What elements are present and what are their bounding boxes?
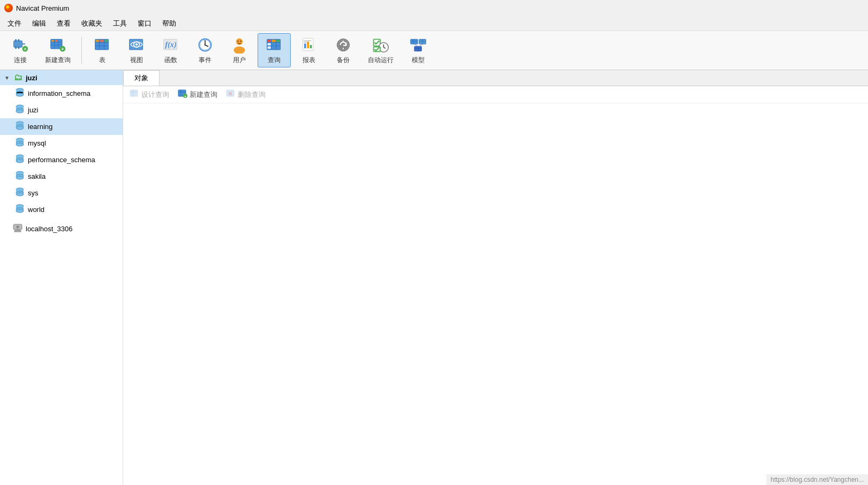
- svg-point-39: [233, 47, 245, 54]
- action-design-query: 设计查询: [130, 89, 169, 100]
- action-new-query-label: 新建查询: [190, 90, 217, 100]
- menu-file[interactable]: 文件: [2, 17, 27, 31]
- menu-view[interactable]: 查看: [51, 17, 76, 31]
- svg-point-112: [16, 193, 24, 196]
- db-icon-world: [15, 204, 25, 215]
- toolbar-view-button[interactable]: 视图: [120, 34, 153, 67]
- menu-tools[interactable]: 工具: [108, 17, 132, 31]
- db-label-performance_schema: performance_schema: [28, 156, 95, 164]
- main-container: ▼ 🗂 juzi information_schema juzi learnin…: [0, 70, 868, 485]
- delete-query-icon: [226, 89, 236, 100]
- svg-rect-120: [14, 231, 21, 232]
- expand-arrow-juzi: ▼: [4, 75, 10, 81]
- toolbar-backup-button[interactable]: 备份: [327, 34, 359, 67]
- juzi-label: juzi: [26, 74, 37, 82]
- sidebar-db-mysql[interactable]: mysql: [0, 135, 123, 151]
- toolbar-report-button[interactable]: 报表: [293, 34, 325, 67]
- toolbar-separator-1: [81, 37, 82, 64]
- autorun-icon: [371, 36, 390, 54]
- toolbar: + 连接 + 新建查询: [0, 31, 868, 70]
- svg-rect-122: [130, 90, 138, 96]
- sidebar-db-world[interactable]: world: [0, 201, 123, 218]
- toolbar-event-label: 事件: [199, 56, 212, 65]
- function-icon: f(x): [161, 36, 180, 54]
- menu-window[interactable]: 窗口: [132, 17, 157, 31]
- svg-rect-22: [96, 40, 99, 42]
- toolbar-backup-label: 备份: [337, 56, 350, 65]
- db-icon-learning: [15, 121, 25, 132]
- db-label-mysql: mysql: [28, 139, 46, 147]
- toolbar-user-button[interactable]: 用户: [223, 34, 255, 67]
- svg-rect-49: [276, 40, 280, 42]
- svg-rect-55: [310, 45, 312, 48]
- app-icon: [4, 4, 13, 12]
- svg-point-27: [135, 43, 138, 46]
- toolbar-autorun-label: 自动运行: [368, 56, 394, 65]
- tab-objects-label: 对象: [134, 74, 148, 82]
- model-icon: [409, 36, 428, 54]
- svg-rect-2: [18, 39, 20, 41]
- content-area: 对象 设计查询: [123, 70, 868, 485]
- sidebar: ▼ 🗂 juzi information_schema juzi learnin…: [0, 70, 123, 485]
- newquery-icon: +: [48, 36, 67, 54]
- toolbar-table-button[interactable]: 表: [86, 34, 118, 67]
- backup-icon: [334, 36, 353, 54]
- report-icon: [299, 36, 319, 54]
- svg-line-76: [414, 44, 418, 46]
- localhost-label: localhost_3306: [26, 225, 72, 233]
- toolbar-event-button[interactable]: 事件: [189, 34, 221, 67]
- toolbar-connect-button[interactable]: + 连接: [4, 34, 36, 67]
- toolbar-model-button[interactable]: 模型: [402, 34, 434, 67]
- svg-point-107: [16, 176, 24, 179]
- db-label-information_schema: information_schema: [28, 89, 90, 97]
- action-new-query[interactable]: + 新建查询: [178, 89, 217, 100]
- svg-point-41: [240, 41, 241, 42]
- toolbar-model-label: 模型: [412, 56, 425, 65]
- toolbar-newquery-label: 新建查询: [45, 56, 71, 65]
- svg-rect-51: [268, 47, 271, 49]
- tab-objects[interactable]: 对象: [123, 70, 160, 86]
- sidebar-connection-localhost[interactable]: ▶ localhost_3306: [0, 220, 123, 237]
- sidebar-db-juzi[interactable]: juzi: [0, 102, 123, 118]
- toolbar-connect-label: 连接: [14, 56, 27, 65]
- svg-rect-3: [15, 47, 17, 49]
- menu-edit[interactable]: 编辑: [27, 17, 51, 31]
- toolbar-newquery-button[interactable]: + 新建查询: [39, 34, 77, 67]
- svg-rect-73: [414, 47, 421, 51]
- svg-line-77: [419, 44, 422, 46]
- action-delete-query: 删除查询: [226, 89, 266, 100]
- svg-text:+: +: [24, 47, 26, 52]
- sidebar-db-learning[interactable]: learning: [0, 118, 123, 135]
- toolbar-autorun-button[interactable]: 自动运行: [361, 34, 400, 67]
- svg-rect-67: [411, 39, 418, 44]
- toolbar-function-button[interactable]: f(x) 函数: [155, 34, 187, 67]
- svg-point-40: [237, 41, 238, 42]
- db-label-world: world: [28, 206, 44, 214]
- db-label-learning: learning: [28, 123, 52, 131]
- svg-rect-54: [307, 42, 309, 48]
- sidebar-db-sakila[interactable]: sakila: [0, 168, 123, 185]
- connect-icon: +: [11, 36, 30, 54]
- table-icon: [93, 36, 112, 54]
- svg-rect-13: [51, 40, 54, 42]
- sidebar-db-performance_schema[interactable]: performance_schema: [0, 151, 123, 168]
- db-icon-sakila: [15, 171, 25, 182]
- action-design-query-label: 设计查询: [141, 90, 169, 100]
- sidebar-db-sys[interactable]: sys: [0, 185, 123, 201]
- toolbar-query-button[interactable]: 查询: [258, 33, 291, 67]
- menu-help[interactable]: 帮助: [157, 17, 182, 31]
- menu-favorites[interactable]: 收藏夹: [76, 17, 108, 31]
- sidebar-db-information_schema[interactable]: information_schema: [0, 85, 123, 102]
- localhost-icon: [13, 223, 22, 234]
- sidebar-connection-juzi[interactable]: ▼ 🗂 juzi: [0, 70, 123, 85]
- svg-point-121: [17, 226, 19, 229]
- event-icon: [195, 36, 215, 54]
- new-query-action-icon: +: [178, 89, 187, 100]
- action-delete-query-label: 删除查询: [238, 90, 266, 100]
- db-icon-juzi: [15, 104, 25, 116]
- menu-bar: 文件 编辑 查看 收藏夹 工具 窗口 帮助: [0, 16, 868, 31]
- title-bar: Navicat Premium: [0, 0, 868, 16]
- status-bar: https://blog.csdn.net/Yangchen...: [766, 474, 868, 485]
- db-icon-sys: [15, 187, 25, 199]
- toolbar-function-label: 函数: [164, 56, 177, 65]
